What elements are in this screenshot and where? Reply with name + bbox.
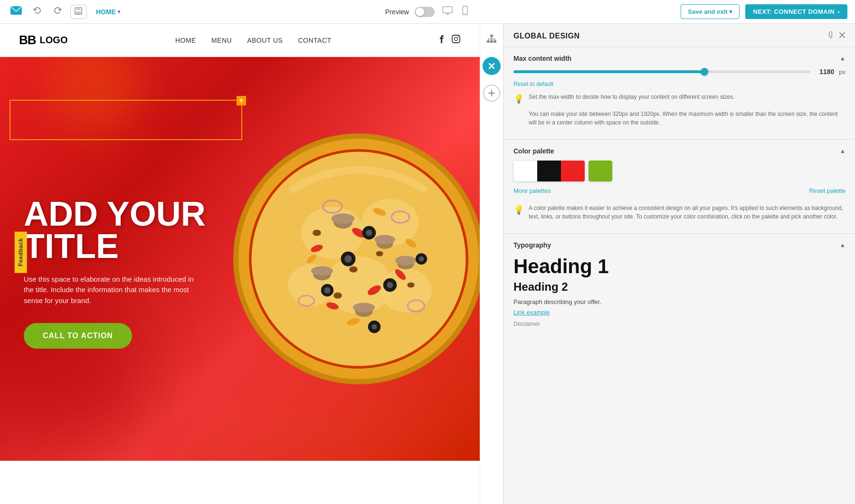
color-swatch-group-2[interactable] [589,161,612,181]
site-nav: HOME MENU ABOUT US CONTACT [175,37,332,44]
svg-rect-9 [452,35,460,43]
svg-point-58 [333,292,342,298]
svg-point-60 [313,229,321,236]
main-layout: BB LOGO HOME MENU ABOUT US CONTACT [0,24,855,504]
slider-thumb[interactable] [701,68,708,76]
color-palette-section: Color palette ▲ More palettes Reset pale… [504,140,855,234]
undo-btn[interactable] [30,4,45,19]
nav-about-us[interactable]: ABOUT US [247,37,283,44]
max-width-chevron-icon[interactable]: ▲ [840,55,846,62]
svg-point-8 [465,13,466,14]
svg-point-51 [372,324,377,330]
more-palettes-link[interactable]: More palettes [513,187,551,194]
heading2-preview: Heading 2 [513,280,846,294]
reset-to-default-link[interactable]: Reset to default [513,81,553,87]
save-exit-label: Save and exit [688,8,727,15]
close-panel-btn[interactable] [483,57,501,75]
selection-box-corner[interactable] [237,96,246,105]
next-connect-domain-btn[interactable]: NEXT: CONNECT DOMAIN › [745,4,847,19]
svg-point-43 [387,282,393,288]
top-bar-left: HOME ▾ [8,4,675,19]
cta-label: CALL TO ACTION [43,332,113,340]
heading1-preview: Heading 1 [513,257,846,276]
right-panel: GLOBAL DESIGN [504,24,855,504]
color-palette-info-box: 💡 A color palette makes it easier to ach… [513,199,846,226]
slider-fill [513,70,706,73]
svg-rect-63 [490,40,493,43]
info-text1: Set the max-width to decide how to displ… [529,93,846,101]
svg-point-26 [311,266,333,276]
paragraph-preview: Paragraph describing your offer. [513,297,846,307]
slider-track[interactable] [513,70,810,73]
panel-title: GLOBAL DESIGN [513,32,580,40]
slider-value: 1180 [815,68,834,76]
save-icon-btn[interactable] [70,5,86,19]
hero-content: ADD YOUR TITLE Use this space to elabora… [24,169,206,349]
nav-contact[interactable]: CONTACT [298,37,331,44]
palette-actions: More palettes Reset palette [513,187,846,194]
preview-label: Preview [385,8,409,16]
panel-close-btn[interactable] [839,32,846,40]
panel-pin-btn[interactable] [827,31,834,41]
mobile-icon-btn[interactable] [460,4,470,19]
color-lightbulb-icon: 💡 [513,205,524,221]
color-swatch-group-1[interactable] [513,161,585,181]
save-exit-btn[interactable]: Save and exit ▾ [681,4,740,19]
redo-btn[interactable] [50,4,65,19]
hero-section: ADD YOUR TITLE Use this space to elabora… [0,57,480,461]
nav-menu[interactable]: MENU [211,37,232,44]
svg-point-10 [455,38,458,41]
panel-header-actions [827,31,846,41]
svg-point-41 [344,255,352,262]
next-btn-label: NEXT: CONNECT DOMAIN [753,8,835,15]
desktop-icon-btn[interactable] [440,4,455,19]
swatch-red[interactable] [561,161,585,181]
svg-point-24 [374,235,395,244]
link-preview[interactable]: Link example [513,309,846,316]
typography-chevron-icon[interactable]: ▲ [840,242,846,248]
facebook-icon[interactable] [439,34,444,46]
feedback-tab[interactable]: Feedback [15,231,27,273]
color-info-text: A color palette makes it easier to achie… [529,204,846,221]
max-width-info-box: 💡 Set the max-width to decide how to dis… [513,88,846,132]
info-text2: You can make your site between 320px and… [529,110,846,127]
swatch-green[interactable] [589,161,612,181]
max-width-label: Max content width [513,55,571,62]
instagram-icon[interactable] [451,34,461,46]
toggle-knob [416,8,424,16]
site-social [439,34,461,46]
site-logo: BB LOGO [19,33,67,48]
sitemap-icon-btn[interactable] [483,30,500,48]
svg-point-11 [458,37,459,38]
nav-home[interactable]: HOME [175,37,196,44]
slider-unit: px [839,68,846,76]
top-bar: HOME ▾ Preview Save and exit ▾ [0,0,855,24]
side-icons-bar [480,24,504,504]
swatch-white[interactable] [513,161,537,181]
top-bar-right: Save and exit ▾ NEXT: CONNECT DOMAIN › [681,4,847,19]
hero-title-line2: TITLE [24,227,119,265]
panel-header: GLOBAL DESIGN [504,24,855,47]
cta-button[interactable]: CALL TO ACTION [24,323,132,349]
svg-rect-62 [487,40,490,43]
email-icon-btn[interactable] [8,4,25,19]
logo-bb: BB [19,33,36,48]
svg-point-57 [376,251,383,257]
top-bar-center: Preview [385,4,470,19]
color-palette-chevron-icon[interactable]: ▲ [840,148,846,154]
svg-point-28 [395,256,416,265]
add-element-btn[interactable] [483,85,500,102]
preview-toggle[interactable] [415,7,435,17]
canvas-area: BB LOGO HOME MENU ABOUT US CONTACT [0,24,480,504]
home-dropdown[interactable]: HOME ▾ [92,6,124,18]
slider-row: 1180 px [513,68,846,76]
max-content-width-section: Max content width ▲ 1180 px Reset to def… [504,47,855,140]
typography-label-row: Typography ▲ [513,241,846,249]
section-label-row: Max content width ▲ [513,55,846,62]
typography-label: Typography [513,241,551,249]
svg-point-30 [353,303,375,312]
svg-rect-64 [494,40,496,43]
reset-palette-link[interactable]: Reset palette [809,187,846,194]
home-chevron-icon: ▾ [118,9,120,14]
swatch-black[interactable] [537,161,561,181]
